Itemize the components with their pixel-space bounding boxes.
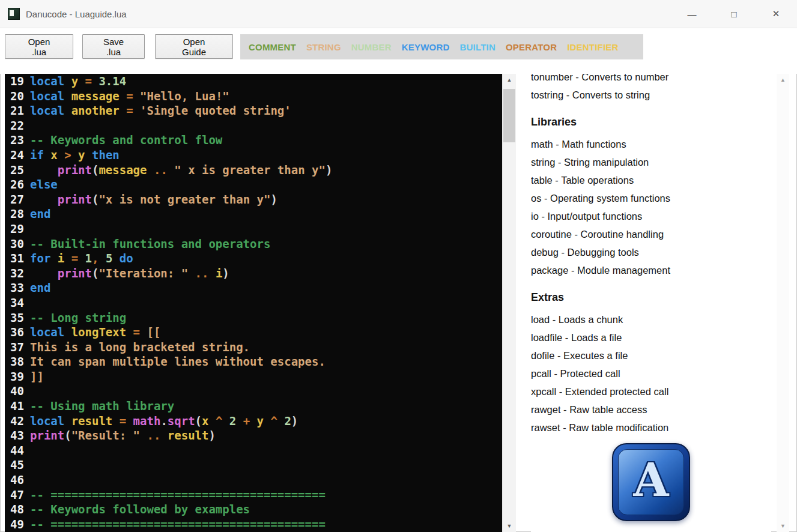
code-line: 21local another = 'Single quoted string' [5,103,502,118]
code-line: 30-- Built-in functions and operators [5,237,502,252]
code-line: 37This is a long bracketed string. [5,340,502,355]
scroll-down-icon: ▼ [780,524,786,529]
code-line: 49-- ===================================… [5,517,502,532]
code-line: 36local longText = [[ [5,325,502,340]
code-line: 34 [5,295,502,310]
danucode-logo-frame: A [618,449,684,515]
guide-item: string - String manipulation [531,153,771,171]
editor-scrollbar[interactable]: ▲ ▼ [502,74,516,532]
guide-item: rawget - Raw table access [531,401,771,419]
editor-scrollbar-thumb[interactable] [503,89,515,142]
line-number: 19 [5,74,24,89]
line-number: 44 [5,443,24,458]
guide-list: tonumber - Converts to numbertostring - … [531,74,771,437]
app-icon-glyph [10,10,14,16]
editor-scroll-down-button[interactable]: ▼ [503,520,516,532]
legend-operator: OPERATOR [506,42,557,52]
code-line: 32 print("Iteration: " .. i) [5,266,502,281]
app-icon [8,8,20,20]
maximize-icon: □ [731,9,736,19]
code-line: 45 [5,458,502,473]
line-number: 20 [5,89,24,104]
legend-identifier: IDENTIFIER [567,42,618,52]
titlebar: Danucode - Luaguide.lua — □ ✕ [0,0,797,28]
code-line: 47-- ===================================… [5,488,502,503]
code-editor[interactable]: 19local y = 3.1420local message = "Hello… [5,74,502,532]
line-number: 42 [5,414,24,429]
code-line: 39]] [5,369,502,384]
guide-item: tonumber - Converts to number [531,74,771,86]
line-number: 37 [5,340,24,355]
line-number: 46 [5,473,24,488]
close-button[interactable]: ✕ [755,0,797,28]
window-title: Danucode - Luaguide.lua [26,9,127,19]
open-lua-button[interactable]: Open .lua [5,34,73,59]
guide-item: table - Table operations [531,171,771,189]
guide-item: load - Loads a chunk [531,310,771,328]
code-line: 23-- Keywords and control flow [5,133,502,148]
line-number: 29 [5,222,24,237]
line-number: 26 [5,177,24,192]
guide-item: coroutine - Coroutine handling [531,225,771,243]
guide-item: math - Math functions [531,135,771,153]
code-line: 28end [5,207,502,222]
guide-item: loadfile - Loads a file [531,328,771,346]
guide-item: package - Module management [531,261,771,279]
code-line: 19local y = 3.14 [5,74,502,89]
line-number: 22 [5,118,24,133]
danucode-logo: A [612,443,690,521]
code-line: 42local result = math.sqrt(x ^ 2 + y ^ 2… [5,414,502,429]
line-number: 27 [5,192,24,207]
minimize-icon: — [688,9,697,19]
line-number: 45 [5,458,24,473]
code-line: 26else [5,177,502,192]
minimize-button[interactable]: — [671,0,713,28]
open-guide-button[interactable]: Open Guide [155,34,233,59]
maximize-button[interactable]: □ [713,0,755,28]
line-number: 47 [5,488,24,503]
line-number: 23 [5,133,24,148]
guide-panel: tonumber - Converts to numbertostring - … [531,74,771,532]
line-number: 38 [5,354,24,369]
guide-section-header: Extras [531,288,771,307]
line-number: 48 [5,502,24,517]
code-line: 27 print("x is not greater than y") [5,192,502,207]
guide-item: debug - Debugging tools [531,243,771,261]
code-line: 43print("Result: " .. result) [5,428,502,443]
line-number: 24 [5,148,24,163]
code-line: 29 [5,222,502,237]
line-number: 33 [5,280,24,295]
scroll-up-icon: ▲ [780,77,786,83]
save-lua-button[interactable]: Save .lua [82,34,145,59]
line-number: 25 [5,163,24,178]
code-line: 48-- Keywords followed by examples [5,502,502,517]
toolbar: Open .lua Save .lua Open Guide COMMENTST… [0,28,797,74]
code-line: 46 [5,473,502,488]
window-controls: — □ ✕ [671,0,797,28]
danucode-logo-letter: A [634,458,669,503]
line-number: 43 [5,428,24,443]
legend-string: STRING [306,42,341,52]
line-number: 30 [5,237,24,252]
line-number: 49 [5,517,24,532]
line-number: 28 [5,207,24,222]
legend-keyword: KEYWORD [402,42,450,52]
code-line: 20local message = "Hello, Lua!" [5,89,502,104]
guide-item: rawset - Raw table modification [531,419,771,437]
code-line: 38It can span multiple lines without esc… [5,354,502,369]
guide-scroll-down-button[interactable]: ▼ [777,520,789,532]
legend-comment: COMMENT [249,42,296,52]
guide-scrollbar[interactable]: ▲ ▼ [777,74,789,532]
guide-scroll-up-button[interactable]: ▲ [777,74,789,86]
guide-item: xpcall - Extended protected call [531,382,771,401]
code-line: 25 print(message .. " x is greater than … [5,163,502,178]
line-number: 41 [5,399,24,414]
line-number: 31 [5,251,24,266]
editor-scroll-up-button[interactable]: ▲ [503,74,516,86]
code-line: 24if x > y then [5,148,502,163]
guide-item: os - Operating system functions [531,189,771,207]
scroll-down-icon: ▼ [507,524,512,529]
line-number: 40 [5,384,24,399]
code-line: 44 [5,443,502,458]
scroll-up-icon: ▲ [507,77,512,83]
